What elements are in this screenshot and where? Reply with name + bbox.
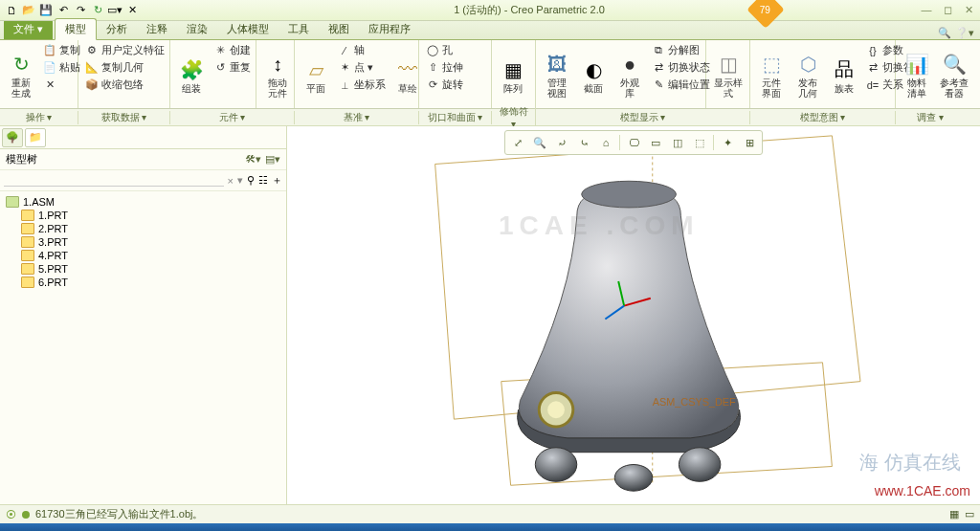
op-extra[interactable]: ✕ bbox=[40, 77, 83, 92]
folder-tab[interactable]: 📁 bbox=[25, 128, 46, 147]
bom-button[interactable]: 📊物料 清单 bbox=[900, 42, 934, 107]
family-icon: 品 bbox=[831, 56, 858, 83]
vt-zoomin-icon[interactable]: ⤾ bbox=[551, 133, 572, 152]
vt-refit-icon[interactable]: ⤢ bbox=[507, 133, 528, 152]
tree-item[interactable]: 2.PRT bbox=[21, 222, 280, 235]
vt-display3-icon[interactable]: ◫ bbox=[667, 133, 688, 152]
appearance-button[interactable]: ●外观 库 bbox=[612, 42, 647, 107]
qat-undo-icon[interactable]: ↶ bbox=[56, 3, 71, 18]
tree-item[interactable]: 1.PRT bbox=[21, 209, 280, 222]
tree-search-clear[interactable]: × bbox=[228, 175, 234, 187]
toggle-state-button[interactable]: ⇄切换状态 bbox=[649, 59, 713, 76]
tab-applications[interactable]: 应用程序 bbox=[359, 19, 420, 39]
point-button[interactable]: ✶点▾ bbox=[335, 59, 389, 76]
qat-regen-icon[interactable]: ↻ bbox=[90, 3, 105, 18]
tab-view[interactable]: 视图 bbox=[319, 19, 359, 39]
grouplbl-display[interactable]: 模型显示 ▾ bbox=[536, 111, 750, 124]
extrude-button[interactable]: ⇧拉伸 bbox=[423, 59, 466, 76]
close-button[interactable]: ✕ bbox=[961, 4, 976, 16]
revolve-button[interactable]: ⟳旋转 bbox=[423, 77, 466, 93]
plane-button[interactable]: ▱平面 bbox=[299, 42, 333, 107]
tree-item[interactable]: 5.PRT bbox=[21, 262, 280, 276]
tab-annotate[interactable]: 注释 bbox=[137, 19, 177, 39]
tree-settings-icon[interactable]: 🛠▾ bbox=[245, 153, 261, 166]
grouplbl-investigate[interactable]: 调查 ▾ bbox=[896, 111, 965, 124]
copy-button[interactable]: 📋复制 bbox=[40, 42, 83, 58]
tree-tab[interactable]: 🌳 bbox=[2, 128, 23, 147]
grouplbl-operate[interactable]: 操作 ▾ bbox=[0, 111, 78, 124]
grouplbl-getdata[interactable]: 获取数据 ▾ bbox=[78, 111, 170, 124]
drag-component-button[interactable]: ↕拖动 元件 bbox=[260, 42, 295, 107]
asm-icon bbox=[6, 196, 19, 208]
pattern-button[interactable]: ▦阵列 bbox=[496, 42, 530, 107]
create-button[interactable]: ✳创建 bbox=[211, 42, 254, 58]
paste-button[interactable]: 📄粘贴 bbox=[40, 59, 83, 76]
edit-pos-button[interactable]: ✎编辑位置 bbox=[649, 77, 713, 93]
vt-annot-icon[interactable]: ⊞ bbox=[739, 133, 760, 152]
tree-search-input[interactable] bbox=[4, 174, 224, 187]
grouplbl-datum[interactable]: 基准 ▾ bbox=[295, 111, 419, 124]
tree-add-icon[interactable]: ＋ bbox=[272, 173, 282, 188]
tree-show-icon[interactable]: ▤▾ bbox=[265, 153, 280, 166]
minimize-button[interactable]: — bbox=[919, 4, 934, 16]
csys-button[interactable]: ⟂坐标系 bbox=[335, 77, 389, 93]
hole-button[interactable]: ◯孔 bbox=[423, 42, 466, 58]
tab-model[interactable]: 模型 bbox=[55, 18, 97, 40]
vt-display1-icon[interactable]: 🖵 bbox=[623, 133, 644, 152]
tree-find-icon[interactable]: ☷ bbox=[258, 174, 268, 187]
repeat-button[interactable]: ↺重复 bbox=[211, 59, 254, 76]
vt-display4-icon[interactable]: ⬚ bbox=[689, 133, 710, 152]
udf-button[interactable]: ⚙用户定义特征 bbox=[82, 42, 167, 58]
grouplbl-cut[interactable]: 切口和曲面 ▾ bbox=[419, 111, 492, 124]
comp-extra[interactable] bbox=[211, 77, 254, 92]
grouplbl-component[interactable]: 元件 ▾ bbox=[170, 111, 295, 124]
csys-label: ASM_CSYS_DEF bbox=[653, 396, 736, 408]
vt-zoom-icon[interactable]: 🔍 bbox=[529, 133, 550, 152]
assemble-button[interactable]: 🧩组装 bbox=[174, 42, 209, 107]
tree-root[interactable]: 1.ASM bbox=[6, 195, 280, 209]
maximize-button[interactable]: ◻ bbox=[940, 4, 955, 16]
qat-redo-icon[interactable]: ↷ bbox=[73, 3, 88, 18]
publish-geom-button[interactable]: ⬡发布 几何 bbox=[791, 42, 825, 107]
shrinkwrap-button[interactable]: 📦收缩包络 bbox=[82, 77, 167, 93]
status-back-icon[interactable]: ⦿ bbox=[6, 509, 16, 520]
tab-manikin[interactable]: 人体模型 bbox=[217, 19, 278, 39]
comp-interface-button[interactable]: ⬚元件 界面 bbox=[754, 42, 789, 107]
tree-filter-icon[interactable]: ⚲ bbox=[247, 174, 255, 187]
vt-display2-icon[interactable]: ▭ bbox=[645, 133, 666, 152]
qat-close-icon[interactable]: ✕ bbox=[124, 3, 140, 18]
tree-item[interactable]: 6.PRT bbox=[21, 276, 280, 289]
qat-windows-icon[interactable]: ▭▾ bbox=[107, 3, 122, 18]
qat-save-icon[interactable]: 💾 bbox=[38, 3, 54, 18]
grouplbl-intent[interactable]: 模型意图 ▾ bbox=[750, 111, 896, 124]
vt-home-icon[interactable]: ⌂ bbox=[595, 133, 616, 152]
ribbon-group-display: 🖼管理视图 ◐截面 ●外观 库 ⧉分解图 ⇄切换状态 ✎编辑位置 bbox=[536, 40, 706, 108]
ref-viewer-button[interactable]: 🔍参考查 看器 bbox=[936, 42, 972, 107]
family-table-button[interactable]: 品族表 bbox=[827, 42, 861, 107]
help-dropdown-icon[interactable]: ❔▾ bbox=[955, 27, 974, 39]
regenerate-button[interactable]: ↻ 重新生成 bbox=[4, 42, 38, 107]
tree-item[interactable]: 4.PRT bbox=[21, 249, 280, 262]
section-button[interactable]: ◐截面 bbox=[576, 42, 611, 107]
status-extra-icon2[interactable]: ▭ bbox=[965, 508, 974, 520]
tab-render[interactable]: 渲染 bbox=[177, 19, 217, 39]
tab-analysis[interactable]: 分析 bbox=[97, 19, 137, 39]
tree-item[interactable]: 3.PRT bbox=[21, 235, 280, 249]
qat-open-icon[interactable]: 📂 bbox=[21, 3, 36, 18]
display-style-button[interactable]: ◫显示样 式 bbox=[710, 42, 746, 107]
repeat-icon: ↺ bbox=[213, 61, 227, 75]
tab-file[interactable]: 文件 ▾ bbox=[4, 19, 53, 39]
explode-button[interactable]: ⧉分解图 bbox=[649, 42, 713, 58]
vt-datum-icon[interactable]: ✦ bbox=[717, 133, 738, 152]
ribbon-group-operate: ↻ 重新生成 📋复制 📄粘贴 ✕ bbox=[0, 40, 78, 108]
search-icon[interactable]: 🔍 bbox=[938, 27, 951, 39]
qat-new-icon[interactable]: 🗋 bbox=[4, 3, 19, 18]
tree-search-row: × ▾ ⚲ ☷ ＋ bbox=[0, 170, 286, 191]
manage-views-button[interactable]: 🖼管理视图 bbox=[540, 42, 574, 107]
axis-button[interactable]: ∕轴 bbox=[335, 42, 389, 58]
vt-zoomout-icon[interactable]: ⤿ bbox=[573, 133, 594, 152]
tab-tools[interactable]: 工具 bbox=[278, 19, 319, 39]
graphics-viewport[interactable]: ⤢ 🔍 ⤾ ⤿ ⌂ 🖵 ▭ ◫ ⬚ ✦ ⊞ bbox=[287, 126, 980, 504]
status-extra-icon[interactable]: ▦ bbox=[949, 508, 959, 520]
copy-geom-button[interactable]: 📐复制几何 bbox=[82, 59, 167, 76]
